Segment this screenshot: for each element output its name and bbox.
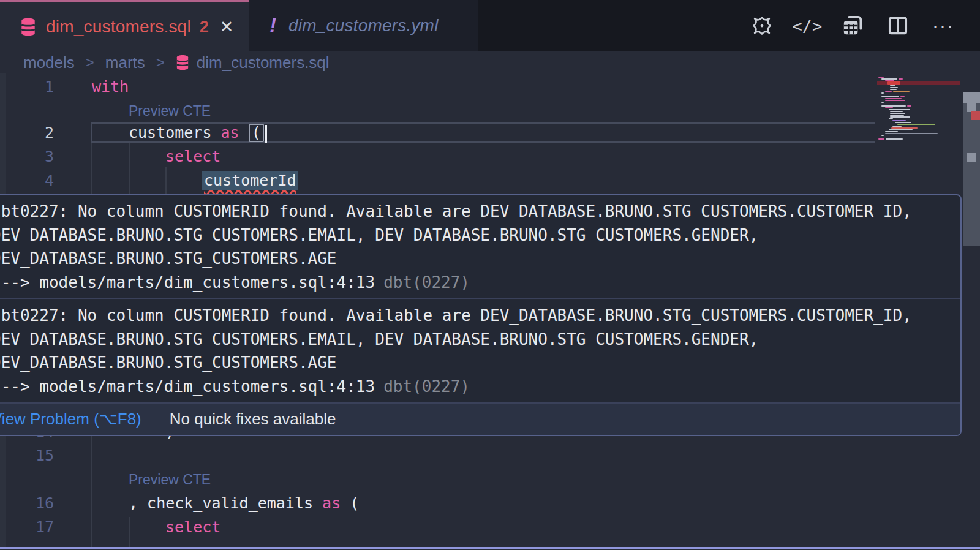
error-location-path[interactable]: --> models/marts/dim_customers.sql:4:13 (0, 273, 375, 292)
code-line-1[interactable]: with (92, 77, 129, 97)
overview-error-marker (971, 111, 980, 120)
code-line-17[interactable]: select (165, 517, 221, 538)
error-location: --> models/marts/dim_customers.sql:4:13d… (0, 375, 960, 399)
breadcrumb-item-models[interactable]: models (23, 53, 75, 72)
dbt-logo-icon[interactable] (750, 12, 774, 39)
minimap-token (897, 124, 935, 125)
minimap-line (877, 120, 960, 121)
problem-count-badge: 2 (200, 18, 209, 37)
minimap-token (890, 115, 904, 116)
error-hover-popup[interactable]: dbt0227: No column CUSTOMERID found. Ava… (0, 194, 962, 436)
minimap-token (900, 96, 905, 97)
query-results-table-icon[interactable] (840, 12, 865, 39)
database-icon (20, 18, 36, 36)
minimap-line (877, 124, 960, 125)
error-location: --> models/marts/dim_customers.sql:4:13d… (0, 271, 960, 295)
code-token: select (165, 148, 221, 165)
warning-icon: ! (270, 14, 276, 37)
minimap-token (895, 122, 911, 123)
minimap-line (877, 109, 960, 110)
scrollbar[interactable] (963, 73, 980, 550)
minimap-line (877, 96, 960, 97)
error-message-block: dbt0227: No column CUSTOMERID found. Ava… (0, 298, 960, 402)
minimap-line (877, 92, 960, 94)
line-number-2[interactable]: 2 (0, 122, 54, 143)
code-token: select (165, 518, 221, 536)
minimap-token (891, 127, 918, 129)
database-icon (176, 55, 189, 70)
code-token: ( (341, 494, 359, 512)
line-number-1[interactable]: 1 (0, 77, 54, 97)
minimap-line (877, 137, 960, 138)
minimap-line (877, 98, 960, 99)
minimap-token (890, 87, 898, 88)
minimap-line (877, 111, 960, 112)
error-text: DEV_DATABASE.BRUNO.STG_CUSTOMERS.EMAIL, … (0, 224, 960, 247)
panel-divider[interactable] (0, 547, 980, 549)
minimap-token (890, 85, 895, 86)
minimap-token (893, 91, 910, 92)
minimap-token (890, 111, 903, 112)
minimap-token (885, 100, 905, 101)
code-token: as (322, 494, 341, 512)
minimap-line (877, 116, 960, 118)
minimap-line (877, 85, 960, 86)
line-number-17[interactable]: 17 (0, 517, 54, 538)
minimap-line (877, 100, 960, 101)
minimap-token (885, 131, 898, 132)
tab-dim-customers-yml[interactable]: ! dim_customers.yml (249, 0, 478, 51)
overview-marker (963, 92, 980, 103)
indent-guide (91, 435, 92, 547)
minimap-token (890, 113, 905, 114)
breadcrumb: models > marts > dim_customers.sql (0, 51, 980, 73)
code-token: ( (249, 124, 264, 142)
minimap-line (877, 94, 960, 96)
minimap-token (889, 118, 893, 119)
error-text: dbt0227: No column CUSTOMERID found. Ava… (0, 304, 960, 328)
minimap-token (885, 133, 938, 134)
tab-label: dim_customers.sql (46, 17, 191, 37)
popup-status-bar: View Problem (⌥F8) No quick fixes availa… (0, 402, 960, 435)
code-line-16[interactable]: , check_valid_emails as ( (129, 493, 359, 514)
code-token: with (92, 78, 129, 96)
tab-dim-customers-sql[interactable]: dim_customers.sql 2 ✕ (0, 0, 249, 51)
minimap-token (881, 96, 899, 97)
close-icon[interactable]: ✕ (220, 17, 234, 37)
code-token: customers (129, 124, 221, 141)
split-editor-icon[interactable] (886, 12, 910, 39)
error-text: DEV_DATABASE.BRUNO.STG_CUSTOMERS.AGE (0, 351, 960, 375)
code-lens[interactable]: Preview CTE (129, 471, 211, 488)
minimap-token (890, 89, 897, 90)
line-number-4[interactable]: 4 (0, 170, 54, 191)
more-actions-icon[interactable]: ··· (931, 12, 956, 39)
minimap-line (877, 133, 960, 134)
code-line-3[interactable]: select (165, 146, 221, 167)
minimap-line (877, 89, 960, 90)
minimap-token (889, 129, 913, 130)
minimap-token (878, 138, 884, 140)
view-problem-link[interactable]: View Problem (⌥F8) (0, 410, 141, 429)
code-lens[interactable]: Preview CTE (129, 102, 211, 119)
code-line-2[interactable]: customers as ( (129, 122, 267, 143)
minimap-line (877, 77, 960, 78)
line-number-16[interactable]: 16 (0, 493, 54, 514)
line-number-3[interactable]: 3 (0, 146, 54, 167)
quick-fix-hint: No quick fixes available (170, 410, 336, 429)
error-code: dbt(0227) (383, 377, 470, 396)
open-code-icon[interactable]: </> (795, 12, 820, 39)
minimap-line (877, 138, 960, 140)
minimap[interactable] (877, 77, 960, 140)
minimap-token (907, 105, 911, 107)
error-location-path[interactable]: --> models/marts/dim_customers.sql:4:13 (0, 377, 375, 396)
error-message-block: dbt0227: No column CUSTOMERID found. Ava… (0, 195, 960, 298)
minimap-token (885, 91, 892, 92)
minimap-line (877, 122, 960, 123)
code-line-4[interactable]: customerId (202, 170, 298, 191)
breadcrumb-item-file[interactable]: dim_customers.sql (197, 53, 330, 72)
indent-guide (91, 143, 92, 194)
minimap-token (899, 78, 903, 80)
line-number-15[interactable]: 15 (0, 445, 54, 466)
breadcrumb-item-marts[interactable]: marts (105, 53, 145, 72)
minimap-line (877, 105, 960, 107)
minimap-token (878, 77, 884, 78)
